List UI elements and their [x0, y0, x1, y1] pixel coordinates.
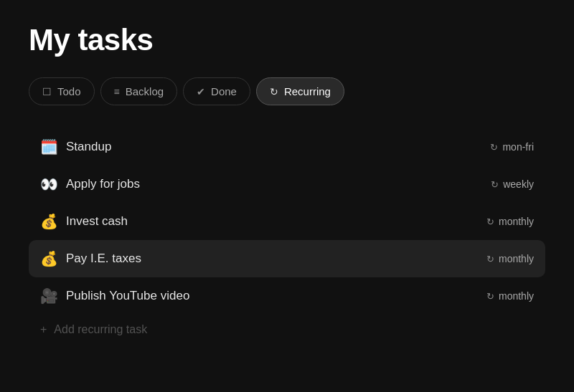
task-row-standup[interactable]: 🗓️ Standup ↻ mon-fri [29, 128, 545, 166]
page-title: My tasks [29, 23, 545, 57]
task-label-pay-taxes: Pay I.E. taxes [66, 252, 486, 266]
task-freq-text-invest-cash: monthly [499, 216, 534, 227]
tabs-row: ☐ Todo ≡ Backlog ✔ Done ↻ Recurring [29, 77, 545, 105]
task-label-apply-jobs: Apply for jobs [66, 177, 491, 191]
tab-todo[interactable]: ☐ Todo [29, 77, 95, 105]
task-label-standup: Standup [66, 140, 490, 154]
page-container: My tasks ☐ Todo ≡ Backlog ✔ Done ↻ Recur… [0, 0, 574, 368]
task-emoji-pay-taxes: 💰 [40, 250, 66, 267]
task-freq-text-standup: mon-fri [502, 141, 534, 153]
task-freq-text-apply-jobs: weekly [503, 178, 534, 190]
task-frequency-publish-video: ↻ monthly [486, 290, 534, 302]
tasks-list: 🗓️ Standup ↻ mon-fri 👀 Apply for jobs ↻ … [29, 128, 545, 345]
task-freq-text-publish-video: monthly [499, 290, 534, 302]
recur-icon-apply-jobs: ↻ [491, 179, 499, 190]
todo-icon: ☐ [42, 86, 52, 97]
task-emoji-apply-jobs: 👀 [40, 176, 66, 193]
tab-done-label: Done [211, 85, 237, 97]
task-row-apply-jobs[interactable]: 👀 Apply for jobs ↻ weekly [29, 166, 545, 203]
task-freq-text-pay-taxes: monthly [499, 253, 534, 264]
done-icon: ✔ [197, 86, 205, 97]
tab-backlog-label: Backlog [126, 85, 164, 97]
task-frequency-invest-cash: ↻ monthly [486, 216, 534, 227]
backlog-icon: ≡ [114, 86, 120, 97]
task-row-pay-taxes[interactable]: 💰 Pay I.E. taxes ↻ monthly [29, 240, 545, 277]
tab-recurring[interactable]: ↻ Recurring [256, 77, 344, 105]
add-task-row[interactable]: + Add recurring task [29, 315, 545, 345]
task-frequency-apply-jobs: ↻ weekly [491, 178, 534, 190]
tab-todo-label: Todo [57, 85, 81, 97]
task-row-publish-video[interactable]: 🎥 Publish YouTube video ↻ monthly [29, 277, 545, 315]
task-emoji-standup: 🗓️ [40, 138, 66, 156]
task-frequency-pay-taxes: ↻ monthly [486, 253, 534, 264]
task-emoji-publish-video: 🎥 [40, 287, 66, 305]
task-row-invest-cash[interactable]: 💰 Invest cash ↻ monthly [29, 203, 545, 240]
add-icon: + [40, 323, 47, 336]
task-label-invest-cash: Invest cash [66, 214, 486, 229]
add-task-label: Add recurring task [54, 323, 147, 336]
tab-recurring-label: Recurring [284, 85, 331, 97]
recur-icon-publish-video: ↻ [486, 291, 494, 302]
recur-icon-pay-taxes: ↻ [486, 254, 494, 264]
task-frequency-standup: ↻ mon-fri [490, 141, 534, 153]
task-emoji-invest-cash: 💰 [40, 213, 66, 230]
recurring-icon: ↻ [270, 86, 278, 97]
task-label-publish-video: Publish YouTube video [66, 289, 486, 303]
recur-icon-invest-cash: ↻ [486, 216, 494, 227]
recur-icon-standup: ↻ [490, 142, 498, 153]
tab-backlog[interactable]: ≡ Backlog [100, 77, 178, 105]
tab-done[interactable]: ✔ Done [183, 77, 250, 105]
